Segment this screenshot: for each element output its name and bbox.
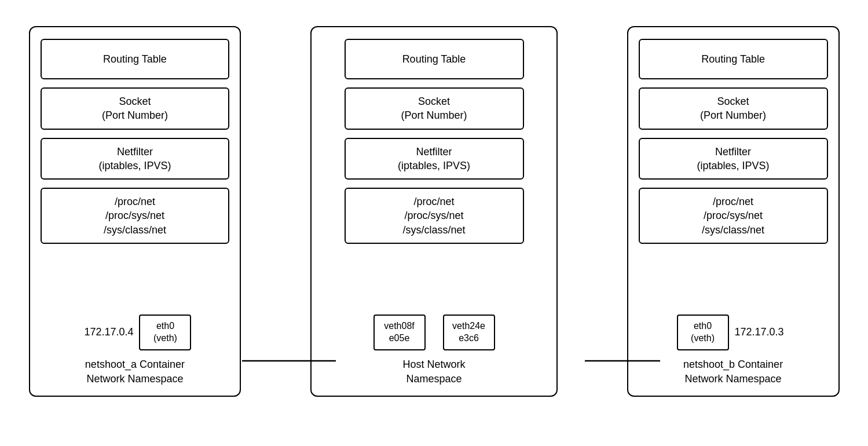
center-interface-row: veth08f e05e veth24e e3c6 <box>322 315 545 350</box>
center-netfilter: Netfilter (iptables, IPVS) <box>345 138 524 180</box>
right-ip: 172.17.0.3 <box>735 326 784 338</box>
right-namespace-label: netshoot_b Container Network Namespace <box>683 357 783 386</box>
right-netfilter: Netfilter (iptables, IPVS) <box>639 138 828 180</box>
diagram-wrapper: Routing Table Socket (Port Number) Netfi… <box>17 14 851 432</box>
left-iface: eth0 (veth) <box>139 315 191 350</box>
namespaces-row: Routing Table Socket (Port Number) Netfi… <box>17 14 851 432</box>
right-namespace: Routing Table Socket (Port Number) Netfi… <box>627 26 840 397</box>
left-namespace: Routing Table Socket (Port Number) Netfi… <box>29 26 241 397</box>
right-socket: Socket (Port Number) <box>639 87 828 130</box>
center-iface-left: veth08f e05e <box>373 315 426 350</box>
left-netfilter: Netfilter (iptables, IPVS) <box>41 138 230 180</box>
left-procnet: /proc/net /proc/sys/net /sys/class/net <box>41 188 230 244</box>
center-routing-table: Routing Table <box>345 39 524 79</box>
right-iface: eth0 (veth) <box>677 315 729 350</box>
right-routing-table: Routing Table <box>639 39 828 79</box>
center-procnet: /proc/net /proc/sys/net /sys/class/net <box>345 188 524 244</box>
left-ip: 172.17.0.4 <box>84 326 133 338</box>
left-interface-row: 172.17.0.4 eth0 (veth) <box>41 315 230 350</box>
right-interface-row: eth0 (veth) 172.17.0.3 <box>639 315 828 350</box>
left-socket: Socket (Port Number) <box>41 87 230 130</box>
left-namespace-label: netshoot_a Container Network Namespace <box>85 357 185 386</box>
center-namespace-label: Host Network Namespace <box>402 357 465 386</box>
center-namespace: Routing Table Socket (Port Number) Netfi… <box>310 26 557 397</box>
right-procnet: /proc/net /proc/sys/net /sys/class/net <box>639 188 828 244</box>
left-connector-space <box>241 26 287 87</box>
right-connector-space <box>581 26 627 87</box>
left-routing-table: Routing Table <box>41 39 230 79</box>
center-socket: Socket (Port Number) <box>345 87 524 130</box>
center-iface-right: veth24e e3c6 <box>443 315 495 350</box>
